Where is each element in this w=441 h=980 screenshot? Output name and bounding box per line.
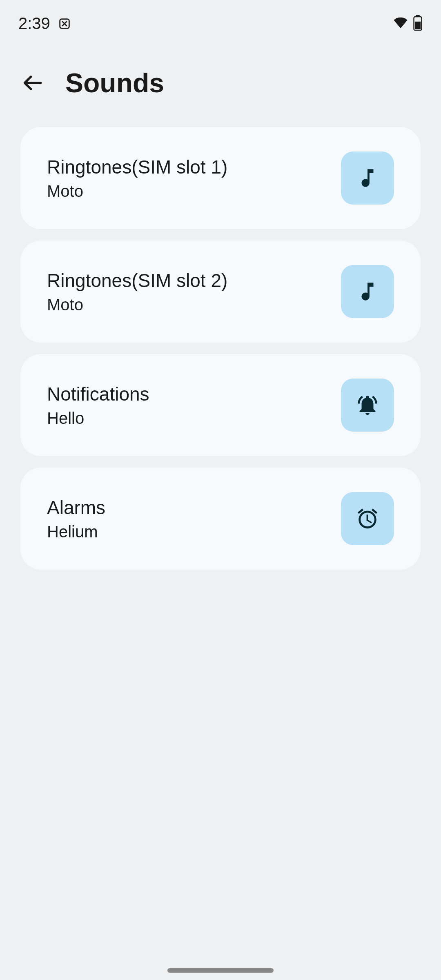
wifi-icon (392, 16, 409, 31)
battery-icon (413, 15, 423, 32)
card-title: Notifications (47, 383, 149, 405)
status-bar: 2:39 (0, 0, 441, 39)
status-right (392, 15, 423, 32)
status-left: 2:39 (18, 14, 71, 33)
card-text: Ringtones(SIM slot 2) Moto (47, 270, 227, 314)
alarm-clock-icon (341, 492, 394, 545)
card-title: Ringtones(SIM slot 2) (47, 270, 227, 292)
card-text: Notifications Hello (47, 383, 149, 428)
navigation-handle[interactable] (167, 968, 274, 973)
svg-rect-5 (415, 21, 421, 29)
alarms-card[interactable]: Alarms Helium (20, 468, 421, 570)
card-title: Ringtones(SIM slot 1) (47, 156, 227, 178)
cards-container: Ringtones(SIM slot 1) Moto Ringtones(SIM… (0, 127, 441, 570)
do-not-disturb-icon (58, 17, 71, 31)
header: Sounds (0, 39, 441, 127)
ringtones-sim1-card[interactable]: Ringtones(SIM slot 1) Moto (20, 127, 421, 229)
arrow-left-icon (22, 72, 43, 94)
notifications-card[interactable]: Notifications Hello (20, 354, 421, 456)
card-subtitle: Hello (47, 409, 149, 428)
back-button[interactable] (20, 71, 45, 95)
card-text: Alarms Helium (47, 497, 105, 541)
status-time: 2:39 (18, 14, 50, 33)
music-note-icon (341, 265, 394, 318)
card-subtitle: Helium (47, 523, 105, 541)
card-text: Ringtones(SIM slot 1) Moto (47, 156, 227, 200)
ringtones-sim2-card[interactable]: Ringtones(SIM slot 2) Moto (20, 241, 421, 343)
card-subtitle: Moto (47, 296, 227, 314)
card-subtitle: Moto (47, 182, 227, 200)
music-note-icon (341, 151, 394, 205)
card-title: Alarms (47, 497, 105, 519)
bell-icon (341, 379, 394, 432)
page-title: Sounds (65, 67, 164, 98)
